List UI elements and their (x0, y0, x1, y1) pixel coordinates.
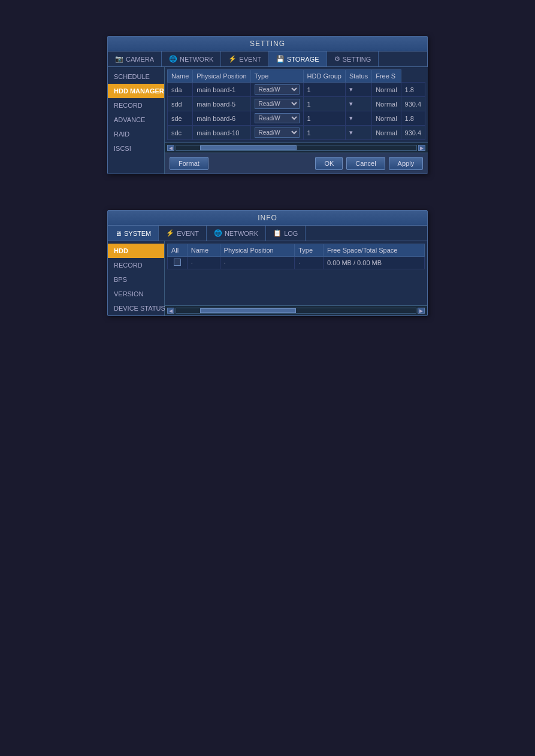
ok-button[interactable]: OK (315, 157, 343, 170)
cell-hddgroup: 1 (303, 97, 345, 111)
sidebar-item-schedule[interactable]: SCHEDULE (108, 69, 164, 84)
apply-button[interactable]: Apply (389, 157, 424, 170)
scroll-track[interactable] (176, 145, 417, 151)
info-tab-bar: 🖥 SYSTEM ⚡ EVENT 🌐 NETWORK 📋 LOG (108, 226, 427, 241)
setting-tab-bar: 📷 CAMERA 🌐 NETWORK ⚡ EVENT 💾 STORAGE ⚙ (108, 51, 427, 67)
tab-network[interactable]: 🌐 NETWORK (162, 51, 221, 66)
tab-info-network[interactable]: 🌐 NETWORK (207, 226, 266, 241)
cell-type[interactable]: Read/W Read Only Redundant (250, 83, 303, 97)
tab-log[interactable]: 📋 LOG (266, 226, 306, 241)
cell-status: Normal (372, 97, 401, 111)
col-hddgroup: HDD Group (303, 70, 345, 83)
cell-free: 1.8 (401, 111, 425, 126)
info-scroll-track[interactable] (176, 308, 416, 314)
info-scroll-right[interactable]: ▶ (418, 308, 425, 314)
cell-info-space: 0.00 MB / 0.00 MB (323, 257, 424, 269)
tab-event[interactable]: ⚡ EVENT (221, 51, 269, 66)
setting-title: SETTING (108, 37, 427, 51)
cell-info-name: · (187, 257, 220, 269)
format-button[interactable]: Format (170, 157, 208, 170)
cell-free: 930.4 (401, 126, 425, 140)
cell-status: Normal (372, 111, 401, 126)
scroll-right-arrow[interactable]: ▶ (418, 145, 425, 151)
event-icon: ⚡ (228, 55, 237, 63)
cell-name: sdc (168, 126, 193, 140)
type-select[interactable]: Read/W Read Only Redundant (255, 84, 300, 95)
col-info-name: Name (187, 244, 220, 257)
cell-name: sde (168, 111, 193, 126)
info-event-icon: ⚡ (166, 229, 174, 237)
tab-storage[interactable]: 💾 STORAGE (269, 51, 327, 66)
cell-type[interactable]: Read/W Read Only Redundant (250, 111, 303, 126)
tab-info-event[interactable]: ⚡ EVENT (159, 226, 207, 241)
cell-position: main board-6 (193, 111, 250, 126)
table-row: sdd main board-5 Read/W Read Only Redund… (168, 97, 425, 111)
sidebar-item-iscsi[interactable]: ISCSI (108, 141, 164, 156)
info-network-icon: 🌐 (214, 229, 222, 237)
col-status: Status (345, 70, 371, 83)
cell-hddgroup-arrow[interactable]: ▾ (345, 83, 371, 97)
col-info-type: Type (295, 244, 324, 257)
cell-hddgroup-arrow[interactable]: ▾ (345, 126, 371, 140)
info-hdd-table: All Name Physical Position Type Free Spa… (167, 244, 425, 269)
tab-system[interactable]: 🖥 SYSTEM (108, 226, 159, 241)
cell-all-checkbox[interactable] (168, 257, 188, 269)
tab-setting[interactable]: ⚙ SETTING (327, 51, 379, 66)
checkbox[interactable] (174, 259, 181, 266)
info-scroll-left[interactable]: ◀ (167, 308, 174, 314)
scroll-thumb[interactable] (200, 145, 296, 150)
type-select[interactable]: Read/W Read Only Redundant (255, 99, 300, 109)
setting-button-row: Format OK Cancel Apply (165, 153, 428, 174)
cell-info-position: · (220, 257, 295, 269)
cancel-button[interactable]: Cancel (346, 157, 385, 170)
col-position: Physical Position (193, 70, 250, 83)
hdd-table-wrapper: Name Physical Position Type HDD Group St… (165, 67, 428, 142)
setting-sidebar: SCHEDULE HDD MANAGER RECORD ADVANCE RAID (108, 67, 165, 174)
sidebar-item-hdd-manager[interactable]: HDD MANAGER (108, 84, 164, 98)
sidebar-item-record[interactable]: RECORD (108, 98, 164, 113)
cell-name: sda (168, 83, 193, 97)
info-scrollbar: ◀ ▶ (165, 305, 427, 315)
cell-position: main board-5 (193, 97, 250, 111)
cell-status: Normal (372, 83, 401, 97)
network-icon: 🌐 (169, 55, 177, 63)
hdd-table: Name Physical Position Type HDD Group St… (167, 69, 425, 140)
info-main: All Name Physical Position Type Free Spa… (165, 241, 427, 315)
setting-icon: ⚙ (334, 55, 340, 63)
cell-hddgroup: 1 (303, 126, 345, 140)
scroll-left-arrow[interactable]: ◀ (167, 145, 174, 151)
camera-icon: 📷 (115, 55, 123, 63)
info-scroll-thumb[interactable] (200, 308, 296, 313)
hdd-scrollbar: ◀ ▶ (165, 142, 428, 153)
sidebar-item-record2[interactable]: RECORD (108, 258, 164, 272)
info-table-wrapper: All Name Physical Position Type Free Spa… (165, 241, 427, 305)
cell-hddgroup-arrow[interactable]: ▾ (345, 97, 371, 111)
col-free: Free S (372, 70, 401, 83)
setting-body: SCHEDULE HDD MANAGER RECORD ADVANCE RAID (108, 67, 427, 174)
cell-name: sdd (168, 97, 193, 111)
sidebar-item-hdd[interactable]: HDD (108, 244, 164, 258)
sidebar-item-bps[interactable]: BPS (108, 272, 164, 287)
cell-position: main board-10 (193, 126, 250, 140)
col-type: Type (250, 70, 303, 83)
setting-panel: SETTING 📷 CAMERA 🌐 NETWORK ⚡ EVENT 💾 ST (107, 36, 428, 174)
col-info-position: Physical Position (220, 244, 295, 257)
cell-hddgroup: 1 (303, 83, 345, 97)
sidebar-item-raid[interactable]: RAID (108, 127, 164, 141)
sidebar-item-device-status[interactable]: DEVICE STATUS (108, 301, 164, 315)
cell-hddgroup-arrow[interactable]: ▾ (345, 111, 371, 126)
sidebar-item-version[interactable]: VERSION (108, 287, 164, 301)
info-body: HDD RECORD BPS VERSION DEVICE STATUS (108, 241, 427, 315)
setting-main: Name Physical Position Type HDD Group St… (165, 67, 428, 174)
type-select[interactable]: Read/W Read Only Redundant (255, 127, 300, 138)
cell-type[interactable]: Read/W Read Only Redundant (250, 126, 303, 140)
sidebar-item-advance[interactable]: ADVANCE (108, 113, 164, 127)
storage-icon: 💾 (276, 55, 285, 63)
info-title: INFO (108, 211, 427, 226)
log-icon: 📋 (273, 229, 282, 237)
cell-type[interactable]: Read/W Read Only Redundant (250, 97, 303, 111)
type-select[interactable]: Read/W Read Only Redundant (255, 113, 300, 123)
cell-free: 930.4 (401, 97, 425, 111)
tab-camera[interactable]: 📷 CAMERA (108, 51, 162, 66)
cell-free: 1.8 (401, 83, 425, 97)
